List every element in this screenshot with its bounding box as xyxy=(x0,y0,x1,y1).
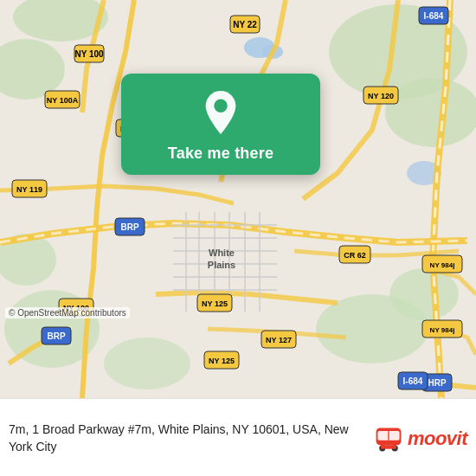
svg-text:I-684: I-684 xyxy=(424,11,444,21)
svg-text:NY 120: NY 120 xyxy=(368,92,394,100)
svg-text:NY 984j: NY 984j xyxy=(430,261,455,269)
svg-text:White: White xyxy=(209,248,235,258)
location-pin-icon xyxy=(200,89,241,136)
svg-text:BRP: BRP xyxy=(47,331,65,341)
copyright-notice: © OpenStreetMap contributors xyxy=(5,307,130,318)
moovit-brand-text: moovit xyxy=(408,428,467,450)
svg-text:NY 100: NY 100 xyxy=(74,49,104,59)
bottom-bar: 7m, 1 Broad Parkway #7m, White Plains, N… xyxy=(0,398,476,476)
svg-text:I-684: I-684 xyxy=(403,376,423,386)
map-svg: NY 100 NY 100A NY 22 I-684 NY 120 NY 119… xyxy=(0,0,476,398)
svg-text:NY 119: NY 119 xyxy=(16,185,42,194)
svg-text:NY 127: NY 127 xyxy=(266,336,292,344)
address-block: 7m, 1 Broad Parkway #7m, White Plains, N… xyxy=(9,421,364,455)
cta-card[interactable]: Take me there xyxy=(121,74,320,175)
svg-text:NY 984j: NY 984j xyxy=(430,326,455,334)
svg-point-2 xyxy=(385,78,476,147)
svg-text:NY 125: NY 125 xyxy=(202,299,228,308)
map-view: NY 100 NY 100A NY 22 I-684 NY 120 NY 119… xyxy=(0,0,476,398)
svg-text:NY 125: NY 125 xyxy=(209,357,235,365)
bus-icon xyxy=(373,423,404,454)
svg-text:NY 100A: NY 100A xyxy=(47,96,79,105)
svg-text:NY 22: NY 22 xyxy=(233,20,257,29)
svg-point-63 xyxy=(214,100,227,113)
svg-point-9 xyxy=(104,338,190,389)
svg-text:BRP: BRP xyxy=(120,222,138,232)
svg-text:CR 62: CR 62 xyxy=(344,251,366,260)
moovit-logo: moovit xyxy=(373,423,467,454)
svg-text:HRP: HRP xyxy=(428,378,446,388)
address-line: 7m, 1 Broad Parkway #7m, White Plains, N… xyxy=(9,422,349,453)
svg-rect-68 xyxy=(381,445,396,449)
svg-text:Plains: Plains xyxy=(208,260,235,270)
cta-button[interactable]: Take me there xyxy=(168,145,273,163)
